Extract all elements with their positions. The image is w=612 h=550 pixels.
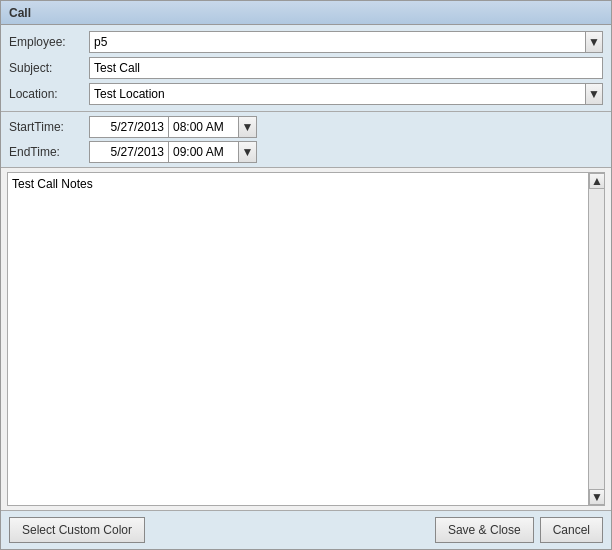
- employee-select-wrapper: ▼: [89, 31, 603, 53]
- datetime-area: StartTime: ▼ EndTime: ▼: [1, 112, 611, 168]
- subject-input[interactable]: [89, 57, 603, 79]
- location-input[interactable]: [89, 83, 585, 105]
- start-time-dropdown-icon: ▼: [242, 120, 254, 134]
- employee-input[interactable]: [89, 31, 585, 53]
- starttime-inputs: ▼: [89, 116, 257, 138]
- location-dropdown-btn[interactable]: ▼: [585, 83, 603, 105]
- notes-area: ▲ ▼: [7, 172, 605, 506]
- start-date-input[interactable]: [89, 116, 169, 138]
- start-time-input[interactable]: [169, 116, 239, 138]
- location-dropdown-icon: ▼: [588, 87, 600, 101]
- employee-dropdown-icon: ▼: [588, 35, 600, 49]
- scroll-up-icon: ▲: [591, 174, 603, 188]
- vertical-scrollbar: ▲ ▼: [588, 173, 604, 505]
- cancel-button[interactable]: Cancel: [540, 517, 603, 543]
- title-bar: Call: [1, 1, 611, 25]
- select-custom-color-button[interactable]: Select Custom Color: [9, 517, 145, 543]
- employee-dropdown-btn[interactable]: ▼: [585, 31, 603, 53]
- call-window: Call Employee: ▼ Subject: Location: ▼: [0, 0, 612, 550]
- endtime-label: EndTime:: [9, 145, 89, 159]
- notes-textarea[interactable]: [8, 173, 604, 505]
- end-time-dropdown-btn[interactable]: ▼: [239, 141, 257, 163]
- footer-bar: Select Custom Color Save & Close Cancel: [1, 510, 611, 549]
- scroll-down-btn[interactable]: ▼: [589, 489, 605, 505]
- location-row: Location: ▼: [9, 83, 603, 105]
- subject-row: Subject:: [9, 57, 603, 79]
- endtime-row: EndTime: ▼: [9, 141, 603, 163]
- starttime-label: StartTime:: [9, 120, 89, 134]
- end-time-dropdown-icon: ▼: [242, 145, 254, 159]
- location-select-wrapper: ▼: [89, 83, 603, 105]
- endtime-inputs: ▼: [89, 141, 257, 163]
- subject-label: Subject:: [9, 61, 89, 75]
- scroll-down-icon: ▼: [591, 490, 603, 504]
- form-area: Employee: ▼ Subject: Location: ▼: [1, 25, 611, 112]
- save-close-button[interactable]: Save & Close: [435, 517, 534, 543]
- start-time-dropdown-btn[interactable]: ▼: [239, 116, 257, 138]
- starttime-row: StartTime: ▼: [9, 116, 603, 138]
- employee-row: Employee: ▼: [9, 31, 603, 53]
- employee-label: Employee:: [9, 35, 89, 49]
- window-title: Call: [9, 6, 31, 20]
- end-time-input[interactable]: [169, 141, 239, 163]
- location-label: Location:: [9, 87, 89, 101]
- scroll-up-btn[interactable]: ▲: [589, 173, 605, 189]
- end-date-input[interactable]: [89, 141, 169, 163]
- scroll-track[interactable]: [589, 189, 604, 489]
